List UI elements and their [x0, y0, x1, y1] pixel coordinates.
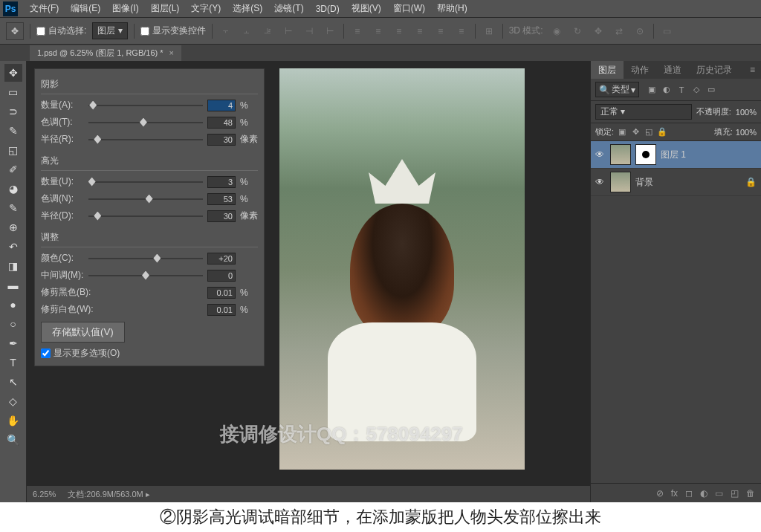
layer-name[interactable]: 图层 1 [661, 149, 757, 161]
align-right-icon[interactable]: ⊢ [323, 24, 337, 39]
menu-select[interactable]: 选择(S) [227, 0, 268, 18]
visibility-icon[interactable]: 👁 [595, 149, 606, 160]
history-brush-tool[interactable]: ↶ [4, 238, 22, 256]
move-tool[interactable]: ✥ [4, 64, 22, 82]
filter-adjust-icon[interactable]: ◐ [661, 85, 672, 95]
delete-layer-icon[interactable]: 🗑 [746, 488, 755, 499]
move-tool-icon[interactable]: ✥ [6, 22, 24, 40]
menu-filter[interactable]: 滤镜(T) [268, 0, 309, 18]
auto-select-dropdown[interactable]: 图层 ▾ [92, 22, 127, 39]
menu-file[interactable]: 文件(F) [24, 0, 65, 18]
path-select-tool[interactable]: ↖ [4, 373, 22, 391]
layer-row[interactable]: 👁 图层 1 [591, 141, 761, 169]
color-input[interactable] [207, 253, 236, 265]
link-layers-icon[interactable]: ⊘ [656, 488, 664, 499]
fill-value[interactable]: 100% [736, 128, 757, 137]
shadows-tone-slider[interactable] [88, 117, 203, 129]
highlights-radius-slider[interactable] [88, 210, 203, 222]
shadows-radius-slider[interactable] [88, 134, 203, 146]
filter-shape-icon[interactable]: ◇ [691, 85, 702, 95]
menu-edit[interactable]: 编辑(E) [65, 0, 106, 18]
brush-tool[interactable]: ✎ [4, 199, 22, 217]
healing-tool[interactable]: ◕ [4, 180, 22, 198]
shadows-amount-slider[interactable] [88, 100, 203, 111]
eraser-tool[interactable]: ◨ [4, 257, 22, 275]
distribute-bottom-icon[interactable]: ≡ [392, 24, 407, 39]
highlights-amount-slider[interactable] [88, 176, 203, 188]
distribute-right-icon[interactable]: ≡ [454, 24, 469, 39]
close-tab-icon[interactable]: × [169, 48, 174, 57]
blend-mode-dropdown[interactable]: 正常 ▾ [595, 104, 692, 120]
menu-3d[interactable]: 3D(D) [310, 1, 346, 17]
save-defaults-button[interactable]: 存储默认值(V) [41, 322, 125, 343]
color-slider[interactable] [88, 253, 203, 265]
menu-layer[interactable]: 图层(L) [145, 0, 186, 18]
panel-menu-icon[interactable]: ≡ [744, 65, 761, 75]
3d-roll-icon[interactable]: ↻ [570, 24, 585, 39]
layer-name[interactable]: 背景 [635, 176, 741, 189]
shadows-tone-input[interactable] [207, 117, 236, 129]
align-vcenter-icon[interactable]: ⫠ [239, 24, 254, 39]
menu-type[interactable]: 文字(Y) [185, 0, 227, 18]
align-top-icon[interactable]: ⫟ [218, 24, 233, 39]
filter-pixel-icon[interactable]: ▣ [647, 85, 657, 95]
layer-row[interactable]: 👁 背景 🔒 [591, 169, 761, 196]
new-layer-icon[interactable]: ◰ [731, 488, 739, 499]
workspace-icon[interactable]: ▭ [660, 24, 675, 39]
layer-fx-icon[interactable]: fx [671, 488, 678, 499]
clip-black-input[interactable] [207, 287, 236, 299]
highlights-radius-input[interactable] [207, 210, 236, 222]
lock-all-icon[interactable]: 🔒 [657, 127, 667, 137]
filter-type-dropdown[interactable]: 🔍 类型 ▾ [595, 82, 639, 97]
highlights-tone-input[interactable] [207, 193, 236, 205]
marquee-tool[interactable]: ▭ [4, 83, 22, 101]
tab-layers[interactable]: 图层 [591, 61, 624, 80]
auto-select-checkbox[interactable]: 自动选择: [36, 25, 86, 37]
lock-pixels-icon[interactable]: ▣ [617, 127, 627, 137]
shape-tool[interactable]: ◇ [4, 392, 22, 410]
new-group-icon[interactable]: ▭ [715, 488, 723, 499]
midtone-input[interactable] [207, 270, 236, 282]
eyedropper-tool[interactable]: ✐ [4, 160, 22, 178]
distribute-hcenter-icon[interactable]: ≡ [433, 24, 448, 39]
add-mask-icon[interactable]: ◻ [685, 488, 693, 499]
opacity-value[interactable]: 100% [736, 108, 757, 117]
pen-tool[interactable]: ✒ [4, 334, 22, 352]
filter-smart-icon[interactable]: ▭ [706, 85, 716, 95]
3d-orbit-icon[interactable]: ◉ [549, 24, 564, 39]
layer-thumbnail[interactable] [610, 144, 631, 165]
canvas[interactable]: 接调修设计QQ：578094297 阴影 数量(A): % 色调(T): [27, 61, 590, 486]
align-hcenter-icon[interactable]: ⊣ [302, 24, 317, 39]
quick-select-tool[interactable]: ✎ [4, 122, 22, 140]
hand-tool[interactable]: ✋ [4, 412, 22, 429]
3d-zoom-icon[interactable]: ⊙ [632, 24, 647, 39]
menu-help[interactable]: 帮助(H) [431, 0, 473, 18]
zoom-level[interactable]: 6.25% [33, 490, 56, 499]
distribute-left-icon[interactable]: ≡ [412, 24, 427, 39]
menu-view[interactable]: 视图(V) [346, 0, 387, 18]
tab-actions[interactable]: 动作 [624, 61, 656, 80]
clip-white-input[interactable] [207, 304, 236, 316]
type-tool[interactable]: T [4, 354, 22, 372]
filter-type-icon[interactable]: T [676, 85, 687, 95]
document-tab[interactable]: 1.psd @ 6.25% (图层 1, RGB/16) * × [30, 45, 181, 61]
layer-thumbnail[interactable] [610, 172, 631, 192]
distribute-vcenter-icon[interactable]: ≡ [371, 24, 386, 39]
tab-history[interactable]: 历史记录 [689, 61, 739, 80]
lock-position-icon[interactable]: ✥ [630, 127, 641, 137]
show-transform-checkbox[interactable]: 显示变换控件 [140, 25, 206, 37]
clone-tool[interactable]: ⊕ [4, 218, 22, 236]
align-bottom-icon[interactable]: ⫡ [260, 24, 275, 39]
zoom-tool[interactable]: 🔍 [4, 431, 22, 449]
lock-artboard-icon[interactable]: ◱ [644, 127, 654, 137]
menu-window[interactable]: 窗口(W) [387, 0, 431, 18]
blur-tool[interactable]: ● [4, 296, 22, 314]
gradient-tool[interactable]: ▬ [4, 276, 22, 294]
3d-slide-icon[interactable]: ⇄ [612, 24, 626, 39]
crop-tool[interactable]: ◱ [4, 141, 22, 159]
visibility-icon[interactable]: 👁 [595, 177, 606, 187]
tab-channels[interactable]: 通道 [656, 61, 689, 80]
layer-mask-thumbnail[interactable] [635, 144, 656, 165]
3d-pan-icon[interactable]: ✥ [591, 24, 606, 39]
auto-align-icon[interactable]: ⊞ [482, 24, 496, 39]
